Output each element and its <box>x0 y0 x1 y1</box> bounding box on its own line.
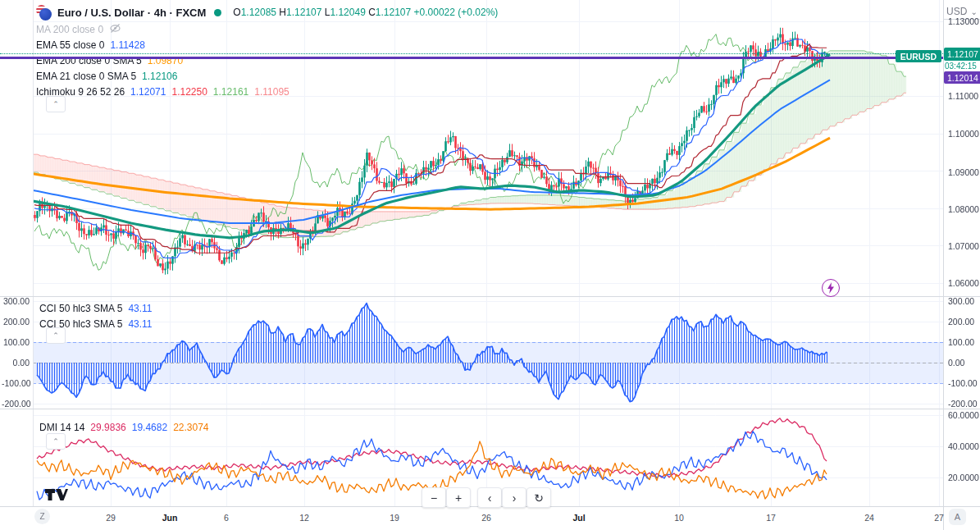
price-tick: 1.07000 <box>948 241 979 251</box>
symbol-price-flag: EURUSD <box>896 50 941 62</box>
indicator-legend-row[interactable]: MA 200 close 0 <box>36 21 498 37</box>
time-tick: 29 <box>93 513 129 523</box>
zoom-in-button[interactable]: + <box>446 487 471 508</box>
time-tick: 17 <box>753 513 789 523</box>
chevron-right-icon: › <box>513 491 517 505</box>
timezone-label: Z <box>39 512 44 521</box>
alert-price-badge: 1.12014 <box>944 71 980 84</box>
zoom-out-button[interactable]: − <box>422 487 446 508</box>
indicator-legend-row[interactable]: DMI 14 1429.983619.468222.3074 <box>39 419 209 435</box>
indicator-legend-row[interactable]: EMA 55 close 01.11428 <box>36 37 498 53</box>
currency-unit-button[interactable]: USD ⌄ <box>946 4 978 19</box>
ohlc-label: C <box>368 7 376 18</box>
indicator-name: DMI 14 14 <box>39 422 84 433</box>
cci-tick: 200.00 <box>948 317 974 327</box>
indicator-value: 1.12106 <box>142 71 177 82</box>
price-change: +0.00022 (+0.02%) <box>414 7 499 18</box>
indicator-legend-row[interactable]: EMA 21 close 0 SMA 51.12106 <box>36 68 498 84</box>
current-price-dotted-line <box>0 53 943 54</box>
symbol-row[interactable]: Euro / U.S. Dollar · 4h · FXCM O1.12085 … <box>36 3 498 21</box>
indicator-legend-row[interactable]: EMA 200 close 0 SMA 51.09870 <box>36 53 498 68</box>
chevron-up-icon: ⌃ <box>52 100 59 108</box>
indicator-value: 43.11 <box>128 318 152 330</box>
last-price-badge: 1.12107 <box>944 48 980 61</box>
chevron-up-icon: ⌃ <box>52 437 59 445</box>
ohlc-values: O1.12085 H1.12107 L1.12049 C1.12107 +0.0… <box>233 7 498 18</box>
price-tick: 1.10000 <box>948 129 979 139</box>
main-pane-collapse-button[interactable]: ⌃ <box>46 96 66 112</box>
ohlc-value: 1.12085 <box>241 7 280 18</box>
minus-icon: − <box>431 491 437 505</box>
price-tick: 1.08000 <box>948 204 979 214</box>
ohlc-label: O <box>233 7 240 18</box>
cci-left-tick: 100.00 <box>2 337 30 347</box>
chevron-up-icon: ⌃ <box>52 331 59 340</box>
indicator-value: 22.3074 <box>173 422 208 433</box>
left-margin-separator <box>33 0 34 507</box>
dmi-tick: 20.0000 <box>948 473 979 482</box>
time-tick: 19 <box>376 513 413 523</box>
reset-icon: ↻ <box>534 491 544 505</box>
bar-countdown: 03:42:15 <box>945 62 977 71</box>
chevron-left-icon: ‹ <box>488 491 492 505</box>
market-status-icon[interactable] <box>214 9 221 16</box>
flash-boost-button[interactable] <box>822 279 840 297</box>
indicator-value: 1.11095 <box>254 86 289 98</box>
cci-tick: 0.00 <box>948 358 964 368</box>
indicator-legend-row[interactable]: CCI 50 hlc3 SMA 543.11 <box>39 300 153 316</box>
cci-tick: 100.00 <box>948 337 974 347</box>
indicator-value: 19.4682 <box>132 422 167 433</box>
time-tick: Jun <box>152 513 188 523</box>
indicator-name: CCI 50 hlc3 SMA 5 <box>39 303 122 314</box>
autoscale-button[interactable]: A <box>949 509 966 525</box>
time-tick: 26 <box>468 513 504 523</box>
cci-indicator-pane[interactable] <box>33 297 943 409</box>
cci-tick: 300.00 <box>948 296 974 306</box>
indicator-value: 1.11428 <box>110 39 145 51</box>
indicator-value: 1.12161 <box>213 86 248 98</box>
cci-left-tick: -100.00 <box>2 378 30 388</box>
dmi-tick: 40.0000 <box>948 441 979 451</box>
purple-alert-line[interactable] <box>0 57 943 59</box>
ohlc-value: 1.12107 <box>376 7 414 18</box>
plus-icon: + <box>455 491 462 505</box>
dmi-tick: 60.0000 <box>948 410 979 420</box>
indicator-legend-row[interactable]: Ichimoku 9 26 52 261.120711.122501.12161… <box>36 84 498 99</box>
lightning-icon <box>827 282 835 294</box>
scroll-right-button[interactable]: › <box>502 487 526 508</box>
reset-chart-button[interactable]: ↻ <box>526 487 551 508</box>
cci-left-tick: 200.00 <box>2 317 30 327</box>
indicator-name: MA 200 close 0 <box>36 24 103 35</box>
pane-separator-2[interactable] <box>0 409 980 409</box>
time-tick: 6 <box>208 513 244 523</box>
cci-left-tick: 300.00 <box>2 296 30 306</box>
cci-tick: -200.00 <box>948 399 978 409</box>
scroll-left-button[interactable]: ‹ <box>477 487 502 508</box>
autoscale-label: A <box>955 512 960 522</box>
legend: Euro / U.S. Dollar · 4h · FXCM O1.12085 … <box>36 3 498 99</box>
indicator-name: EMA 21 close 0 SMA 5 <box>36 71 136 82</box>
timezone-button[interactable]: Z <box>34 509 50 524</box>
dmi-pane-collapse-button[interactable]: ⌃ <box>46 433 66 450</box>
ohlc-label: H <box>279 7 286 18</box>
tradingview-chart-window: Euro / U.S. Dollar · 4h · FXCM O1.12085 … <box>0 0 980 530</box>
chevron-down-icon: ⌄ <box>971 7 978 16</box>
ohlc-value: 1.12049 <box>330 7 368 18</box>
price-tick: 1.11000 <box>948 91 978 101</box>
indicator-value: 1.12071 <box>130 86 166 98</box>
time-tick: 24 <box>851 513 887 523</box>
ohlc-value: 1.12107 <box>286 7 325 18</box>
cci-left-tick: -200.00 <box>2 399 30 409</box>
dmi-legend: DMI 14 1429.983619.468222.3074 <box>39 419 209 435</box>
eurusd-pair-icon <box>36 5 52 21</box>
symbol-title: Euro / U.S. Dollar · 4h · FXCM <box>57 7 206 19</box>
time-tick: Jul <box>561 513 597 523</box>
time-tick: 10 <box>661 513 697 523</box>
tradingview-logo[interactable] <box>45 489 68 505</box>
cci-tick: -100.00 <box>948 378 978 388</box>
price-tick: 1.06000 <box>948 278 979 288</box>
eye-hidden-icon[interactable] <box>110 23 121 36</box>
price-tick: 1.09000 <box>948 167 979 177</box>
time-tick: 12 <box>286 513 322 523</box>
cci-pane-collapse-button[interactable]: ⌃ <box>46 327 66 344</box>
